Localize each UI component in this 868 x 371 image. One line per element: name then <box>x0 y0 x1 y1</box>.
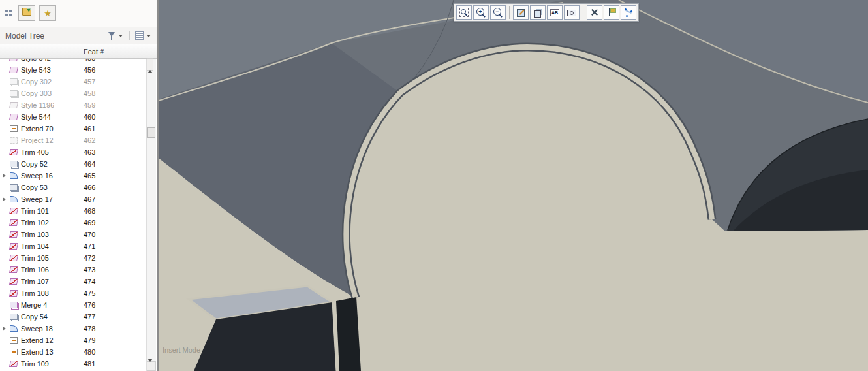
tree-row[interactable]: Trim 105472 <box>0 252 147 264</box>
shade-view-button[interactable] <box>530 5 546 20</box>
merge-feature-icon <box>10 302 18 308</box>
model-tree-panel: Model Tree Feat # Style 542455Style 5434… <box>0 0 159 371</box>
expand-arrow-icon[interactable] <box>1 174 8 178</box>
feature-label: Copy 52 <box>21 160 48 168</box>
tree-row[interactable]: Sweep 18478 <box>0 323 147 334</box>
folder-browser-tab[interactable] <box>18 5 35 21</box>
tree-row[interactable]: Style 542455 <box>0 59 147 64</box>
repaint-button[interactable] <box>513 5 529 20</box>
feature-number: 465 <box>84 172 95 180</box>
scroll-up-button[interactable] <box>147 58 153 71</box>
scene-display-button[interactable] <box>564 5 580 20</box>
feature-number: 472 <box>84 254 95 262</box>
tree-row[interactable]: Trim 108475 <box>0 287 147 299</box>
tree-row[interactable]: Copy 52464 <box>0 158 147 170</box>
feature-label: Merge 4 <box>21 301 47 309</box>
tree-row[interactable]: Sweep 16465 <box>0 170 147 182</box>
tree-settings-icon[interactable] <box>135 31 144 40</box>
settings-dropdown-icon[interactable] <box>147 35 151 39</box>
trim-feature-icon <box>9 290 18 297</box>
tag-display-button[interactable] <box>604 5 619 20</box>
tag-display-icon <box>606 7 617 18</box>
feature-label: Copy 53 <box>21 184 48 191</box>
feature-label: Style 544 <box>21 113 51 121</box>
tree-row[interactable]: Merge 4476 <box>0 299 147 311</box>
datum-display-button[interactable] <box>587 5 602 20</box>
feature-label: Style 542 <box>21 59 51 62</box>
feature-number: 460 <box>84 113 95 121</box>
feature-label: Trim 107 <box>21 278 49 285</box>
extend-feature-icon <box>10 337 18 344</box>
scrollbar-thumb[interactable] <box>147 127 155 138</box>
tree-row[interactable]: Trim 101468 <box>0 205 147 217</box>
tree-row[interactable]: Extend 70461 <box>0 123 147 135</box>
style-feature-icon <box>9 114 18 120</box>
spin-center-button[interactable] <box>621 5 636 20</box>
tree-row[interactable]: Trim 103470 <box>0 229 147 240</box>
tree-row[interactable]: Project 12462 <box>0 135 147 146</box>
tree-row[interactable]: Style 544460 <box>0 111 147 123</box>
feature-label: Copy 54 <box>21 313 48 321</box>
trim-feature-icon <box>9 208 18 214</box>
model-tree-tab-icon[interactable] <box>5 10 8 12</box>
tree-row[interactable]: Style 543456 <box>0 64 147 76</box>
scroll-down-button[interactable] <box>147 361 156 371</box>
zoom-in-icon <box>476 7 486 18</box>
tree-row[interactable]: Extend 12479 <box>0 334 147 346</box>
feature-label: Sweep 16 <box>21 172 53 180</box>
header-separator <box>129 31 130 40</box>
zoom-out-icon <box>493 7 503 18</box>
feature-label: Sweep 17 <box>21 195 53 203</box>
tree-row[interactable]: Trim 109481 <box>0 358 147 370</box>
feature-number: 458 <box>84 89 95 97</box>
sweep-feature-icon <box>10 196 18 202</box>
view-toolbar <box>454 3 639 22</box>
project-feature-icon <box>10 137 18 144</box>
annotation-display-button[interactable] <box>547 5 563 20</box>
expand-arrow-icon[interactable] <box>1 327 8 331</box>
tree-row[interactable]: Copy 54477 <box>0 311 147 323</box>
feature-number: 474 <box>84 278 95 285</box>
model-tree-header: Model Tree <box>0 27 157 44</box>
zoom-window-button[interactable] <box>456 5 472 20</box>
graphics-viewport[interactable]: Insert Mode <box>159 0 868 371</box>
feature-label: Trim 104 <box>21 242 49 250</box>
tree-row[interactable]: Style 1196459 <box>0 99 147 111</box>
feature-number: 466 <box>84 184 95 191</box>
trim-feature-icon <box>9 266 18 273</box>
feature-label: Sweep 18 <box>21 325 53 332</box>
trim-feature-icon <box>9 243 18 250</box>
tree-row[interactable]: Sweep 17467 <box>0 193 147 205</box>
zoom-in-button[interactable] <box>473 5 489 20</box>
sweep-feature-icon <box>10 172 18 179</box>
tree-row[interactable]: Extend 13480 <box>0 346 147 358</box>
feature-number: 461 <box>84 125 95 133</box>
feature-label: Copy 303 <box>21 89 52 97</box>
tree-scrollbar[interactable] <box>146 59 156 371</box>
tree-row[interactable]: Trim 405463 <box>0 146 147 158</box>
style-feature-icon <box>9 102 18 108</box>
feature-label: Trim 405 <box>21 148 49 156</box>
tree-row[interactable]: Copy 303458 <box>0 88 147 99</box>
tree-row[interactable]: Copy 302457 <box>0 76 147 88</box>
tree-row[interactable]: Trim 107474 <box>0 276 147 287</box>
tree-row[interactable]: Trim 102469 <box>0 217 147 229</box>
repaint-icon <box>516 7 526 18</box>
tree-row[interactable]: Copy 53466 <box>0 182 147 193</box>
tree-row[interactable]: Trim 104471 <box>0 240 147 252</box>
insert-mode-status: Insert Mode <box>163 346 200 354</box>
zoom-out-button[interactable] <box>490 5 506 20</box>
tree-column-header: Feat # <box>0 44 157 59</box>
copy-feature-icon <box>10 161 18 167</box>
feature-number: 473 <box>84 266 95 274</box>
feature-label: Project 12 <box>21 137 54 144</box>
filter-icon[interactable] <box>108 32 115 40</box>
favorites-tab[interactable] <box>39 5 56 21</box>
expand-arrow-icon[interactable] <box>1 197 8 201</box>
feature-number: 477 <box>84 313 95 321</box>
extend-feature-icon <box>10 125 18 132</box>
feature-number: 459 <box>84 101 95 109</box>
feature-label: Extend 12 <box>21 336 54 344</box>
tree-row[interactable]: Trim 106473 <box>0 264 147 276</box>
filter-dropdown-icon[interactable] <box>119 35 123 39</box>
